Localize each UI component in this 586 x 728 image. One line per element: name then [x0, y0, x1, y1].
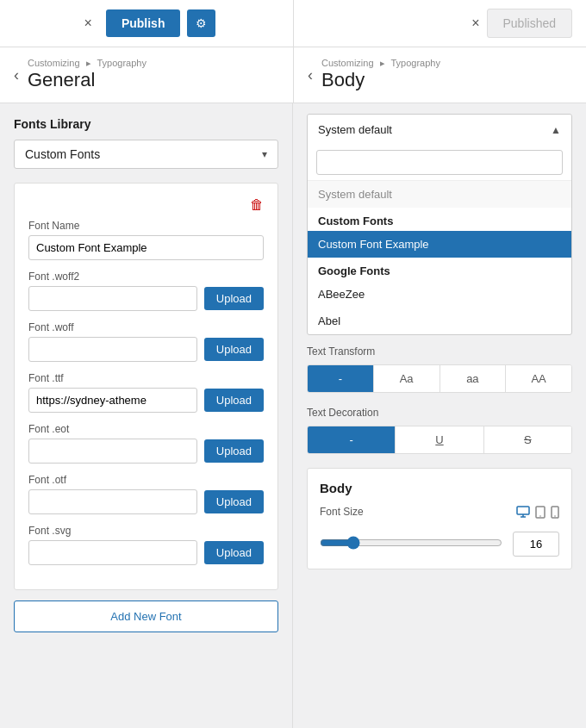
transform-uppercase-button[interactable]: AA — [506, 365, 571, 392]
ttf-label: Font .ttf — [28, 372, 264, 384]
svg-label: Font .svg — [28, 525, 264, 537]
svg-point-4 — [539, 515, 541, 517]
left-panel: Fonts Library Custom Fonts Google Fonts … — [0, 103, 293, 728]
font-name-label: Font Name — [28, 220, 264, 232]
dropdown-item-custom-font-example[interactable]: Custom Font Example — [308, 231, 571, 258]
font-size-slider[interactable] — [320, 536, 502, 550]
svg-point-6 — [554, 515, 556, 517]
decoration-strikethrough-button[interactable]: S — [484, 426, 571, 453]
fonts-select-wrapper[interactable]: Custom Fonts Google Fonts System Fonts ▾ — [14, 140, 278, 169]
eot-input[interactable] — [28, 439, 197, 464]
text-transform-label: Text Transform — [307, 345, 572, 358]
body-section-title: Body — [320, 481, 559, 495]
body-section: Body Font Size — [307, 468, 572, 569]
dropdown-item-abeezee[interactable]: ABeeZee — [308, 281, 571, 308]
upload-eot-button[interactable]: Upload — [204, 439, 264, 463]
dropdown-search — [308, 145, 571, 181]
gear-button[interactable]: ⚙ — [187, 9, 215, 37]
text-decoration-label: Text Decoration — [307, 407, 572, 419]
back-left-arrow[interactable]: ‹ — [14, 66, 19, 84]
font-size-label: Font Size — [320, 506, 364, 518]
ttf-input[interactable] — [28, 388, 197, 413]
publish-button[interactable]: Publish — [106, 9, 181, 37]
close-right-button[interactable]: × — [464, 12, 486, 34]
dropdown-item-abel[interactable]: Abel — [308, 308, 571, 334]
mobile-icon[interactable] — [551, 506, 559, 521]
back-right-arrow[interactable]: ‹ — [308, 66, 313, 84]
font-card: 🗑 Font Name Font .woff2 Upload Font .wof… — [14, 183, 278, 590]
delete-font-button[interactable]: 🗑 — [250, 197, 264, 213]
fonts-library-title: Fonts Library — [14, 117, 278, 131]
font-size-input[interactable]: 16 — [513, 532, 559, 557]
dropdown-header[interactable]: System default ▲ — [308, 115, 571, 145]
decoration-underline-button[interactable]: U — [396, 426, 483, 453]
published-button: Published — [487, 9, 573, 38]
woff-input[interactable] — [28, 337, 197, 362]
upload-woff2-button[interactable]: Upload — [204, 287, 264, 310]
tablet-icon[interactable] — [535, 506, 545, 521]
top-bar-right: × Published — [293, 0, 586, 47]
breadcrumb-right: ‹ Customizing ▸ Typography Body — [293, 47, 586, 103]
dropdown-search-input[interactable] — [316, 150, 563, 175]
font-dropdown[interactable]: System default ▲ System default Custom F… — [307, 114, 572, 335]
decoration-none-button[interactable]: - — [308, 426, 396, 453]
otf-input[interactable] — [28, 489, 197, 514]
woff2-input[interactable] — [28, 286, 197, 311]
dropdown-header-text: System default — [318, 123, 392, 136]
dropdown-arrow-icon: ▲ — [551, 124, 561, 136]
text-transform-group: - Aa aa AA — [307, 364, 572, 393]
breadcrumb-right-nav: Customizing ▸ Typography — [321, 58, 440, 69]
eot-label: Font .eot — [28, 423, 264, 435]
desktop-icon[interactable] — [516, 506, 530, 521]
fonts-select[interactable]: Custom Fonts Google Fonts System Fonts — [15, 140, 277, 168]
breadcrumb-right-title: Body — [321, 69, 440, 91]
breadcrumb-left-title: General — [28, 69, 146, 91]
transform-capitalize-button[interactable]: Aa — [374, 365, 440, 392]
breadcrumb-left: ‹ Customizing ▸ Typography General — [0, 47, 293, 103]
right-panel: System default ▲ System default Custom F… — [293, 103, 586, 728]
add-new-font-button[interactable]: Add New Font — [14, 600, 278, 632]
dropdown-group-google-fonts: Google Fonts — [308, 258, 571, 281]
woff2-label: Font .woff2 — [28, 271, 264, 283]
otf-label: Font .otf — [28, 474, 264, 486]
svg-rect-0 — [517, 507, 529, 514]
upload-otf-button[interactable]: Upload — [204, 490, 264, 513]
upload-woff-button[interactable]: Upload — [204, 338, 264, 361]
svg-input[interactable] — [28, 540, 197, 565]
text-decoration-group: - U S — [307, 426, 572, 454]
upload-svg-button[interactable]: Upload — [204, 541, 264, 564]
font-name-input[interactable] — [28, 235, 264, 260]
close-left-button[interactable]: × — [78, 12, 99, 34]
woff-label: Font .woff — [28, 321, 264, 333]
upload-ttf-button[interactable]: Upload — [204, 389, 264, 412]
dropdown-item-system-default[interactable]: System default — [308, 181, 571, 208]
transform-none-button[interactable]: - — [308, 365, 374, 392]
transform-lowercase-button[interactable]: aa — [440, 365, 507, 392]
breadcrumb-left-nav: Customizing ▸ Typography — [28, 58, 146, 69]
top-bar-left: × Publish ⚙ — [0, 0, 293, 47]
dropdown-group-custom-fonts: Custom Fonts — [308, 208, 571, 231]
dropdown-list: System default Custom Fonts Custom Font … — [308, 181, 571, 334]
